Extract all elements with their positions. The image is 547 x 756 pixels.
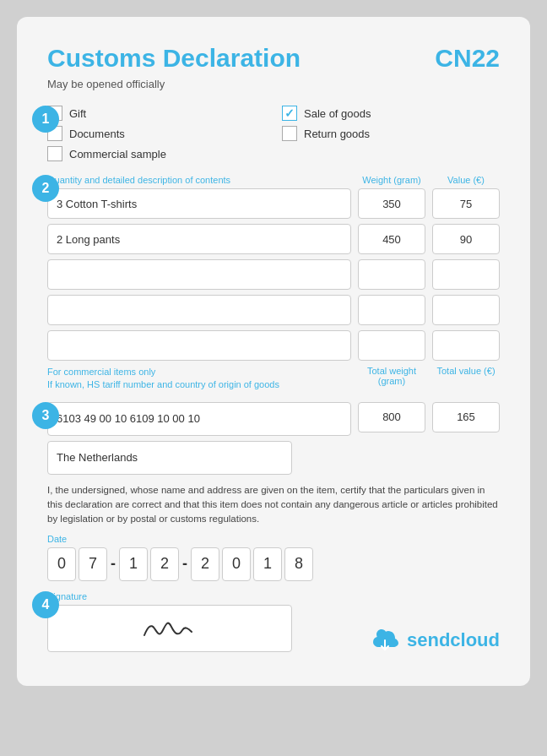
total-weight-field[interactable] <box>358 402 425 432</box>
country-field[interactable]: The Netherlands <box>47 441 292 475</box>
item-row-2 <box>47 224 500 254</box>
section4-marker: 4 <box>32 591 59 618</box>
item5-weight[interactable] <box>358 330 425 361</box>
col-desc-header: Quantity and detailed description of con… <box>47 175 351 185</box>
checkboxes-grid: Gift ✓ Sale of goods Documents Return go… <box>47 106 500 161</box>
hs-numbers-field[interactable]: 6103 49 00 10 6109 10 00 10 <box>47 402 351 436</box>
customs-form: Customs Declaration CN22 May be opened o… <box>17 17 530 686</box>
form-header: Customs Declaration CN22 <box>47 44 500 73</box>
checkbox-gift-label: Gift <box>69 107 86 120</box>
item-row-3 <box>47 259 500 290</box>
form-title: Customs Declaration <box>47 44 301 73</box>
date-sep-1: - <box>110 555 116 573</box>
item2-value[interactable] <box>432 224 500 254</box>
footer-commercial-label: For commercial items only If known, HS t… <box>47 366 351 392</box>
checkbox-commercial-label: Commercial sample <box>69 148 166 160</box>
checkbox-commercial-box[interactable] <box>47 146 62 161</box>
date-digit-2[interactable]: 1 <box>119 547 148 581</box>
checkbox-return-label: Return goods <box>304 128 370 140</box>
item1-weight[interactable] <box>358 188 425 219</box>
checkbox-commercial[interactable]: Commercial sample <box>47 146 265 161</box>
date-digit-0[interactable]: 0 <box>47 547 76 581</box>
item-row-1 <box>47 188 500 219</box>
checkbox-sale[interactable]: ✓ Sale of goods <box>282 106 500 121</box>
checkbox-return-box[interactable] <box>282 126 297 141</box>
sendcloud-logo: sendcloud <box>370 628 500 652</box>
item1-desc[interactable] <box>47 188 351 219</box>
checkbox-return[interactable]: Return goods <box>282 126 500 141</box>
footer-total-weight-label: Total weight (gram) <box>358 366 425 392</box>
item5-desc[interactable] <box>47 330 351 361</box>
date-label: Date <box>47 534 500 544</box>
checkbox-sale-label: Sale of goods <box>304 107 371 120</box>
checkbox-documents-label: Documents <box>69 128 125 140</box>
section2: 2 Quantity and detailed description of c… <box>47 175 500 392</box>
signature-drawing <box>136 612 203 645</box>
signature-box[interactable] <box>47 605 292 652</box>
col-value-header: Value (€) <box>432 175 500 185</box>
sig-label: Signature <box>47 591 370 601</box>
item4-desc[interactable] <box>47 295 351 325</box>
item3-desc[interactable] <box>47 259 351 290</box>
item-row-4 <box>47 295 500 325</box>
checkbox-gift[interactable]: Gift <box>47 106 265 121</box>
item1-value[interactable] <box>432 188 500 219</box>
section2-footer: For commercial items only If known, HS t… <box>47 366 500 392</box>
checkbox-sale-box[interactable]: ✓ <box>282 106 297 121</box>
col-headers: Quantity and detailed description of con… <box>47 175 500 185</box>
section1-marker: 1 <box>32 106 59 133</box>
item2-desc[interactable] <box>47 224 351 254</box>
section4-content: Signature sendcloud <box>47 591 500 652</box>
section3-marker: 3 <box>32 402 59 429</box>
section2-marker: 2 <box>32 175 59 202</box>
checkmark-icon: ✓ <box>284 107 295 119</box>
col-weight-header: Weight (gram) <box>358 175 425 185</box>
signature-col: Signature <box>47 591 370 652</box>
date-digit-4[interactable]: 2 <box>191 547 219 581</box>
date-digit-6[interactable]: 1 <box>253 547 282 581</box>
section3: 3 6103 49 00 10 6109 10 00 10 The Nether… <box>47 402 500 581</box>
form-subtitle: May be opened officially <box>47 78 500 90</box>
section4: 4 Signature sendcloud <box>47 591 500 652</box>
item5-value[interactable] <box>432 330 500 361</box>
date-digit-3[interactable]: 2 <box>150 547 179 581</box>
date-boxes: 0 7 - 1 2 - 2 0 1 8 <box>47 547 500 581</box>
item2-weight[interactable] <box>358 224 425 254</box>
date-digit-1[interactable]: 7 <box>79 547 107 581</box>
item3-value[interactable] <box>432 259 500 290</box>
item3-weight[interactable] <box>358 259 425 290</box>
date-sep-2: - <box>181 555 188 573</box>
checkbox-documents[interactable]: Documents <box>47 126 265 141</box>
sendcloud-text: sendcloud <box>407 629 500 651</box>
section3-top-row: 6103 49 00 10 6109 10 00 10 <box>47 402 500 436</box>
date-digit-7[interactable]: 8 <box>284 547 313 581</box>
item4-weight[interactable] <box>358 295 425 325</box>
footer-total-value-label: Total value (€) <box>432 366 500 392</box>
item-row-5 <box>47 330 500 361</box>
certification-text: I, the undersigned, whose name and addre… <box>47 483 500 527</box>
sendcloud-cloud-icon <box>370 628 400 652</box>
date-digit-5[interactable]: 0 <box>222 547 251 581</box>
section1: 1 Gift ✓ Sale of goods Documents <box>47 106 500 161</box>
form-cn22: CN22 <box>435 44 500 73</box>
total-value-field[interactable] <box>432 402 500 432</box>
item4-value[interactable] <box>432 295 500 325</box>
